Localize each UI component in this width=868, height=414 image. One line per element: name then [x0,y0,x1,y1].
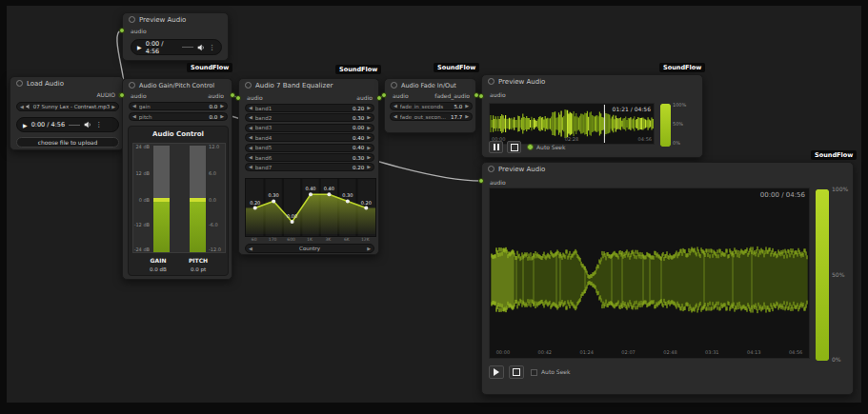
node-fade[interactable]: Audio Fade In/Out audio faded_audio ◀ fa… [384,78,476,133]
auto-seek-label: Auto Seek [536,144,566,150]
decrement-icon[interactable]: ◀ [394,114,397,119]
volume-slider[interactable] [182,47,193,48]
stop-button[interactable] [507,141,521,153]
input-dot-audio[interactable] [235,95,241,101]
decrement-icon[interactable]: ◀ [249,146,252,150]
preset-name: Country [252,246,367,251]
widget-value: 0.20 [353,106,364,111]
menu-icon[interactable]: ⋮ [95,121,102,128]
auto-seek-checkbox[interactable] [527,144,534,150]
upload-button[interactable]: choose file to upload [16,137,119,148]
node-preview-audio-top[interactable]: Preview Audio audio ▶ 0:00 / 4:56 ⋮ [122,12,229,61]
node-preview-audio-small[interactable]: Preview Audio audio 01:21 / 04:56 00:00 … [481,74,703,158]
preset-combo[interactable]: ◀ Country ▶ [245,244,374,253]
gain-tick: 12 dB [135,170,150,176]
file-combo[interactable]: ◀ 07 Sunny Lax - Contrast.mp3 ▶ [16,102,119,111]
widget-name: fade_out_secon... [400,114,448,120]
pause-button[interactable] [489,141,503,153]
volume-slider[interactable] [660,104,671,147]
widget-band7[interactable]: ◀ band7 0.20 ▶ [245,163,374,171]
waveform-display[interactable]: 00:00 / 04:56 00:0000:4201:2402:0702:480… [489,187,810,359]
node-gain-pitch[interactable]: Audio Gain/Pitch Control audio audio ◀ g… [122,78,232,280]
widget-value: 0.40 [353,135,364,141]
pitch-tick: 6.0 [209,170,216,176]
gain-meter-fill [153,201,170,252]
widget-gain[interactable]: ◀ gain 0.0 ▶ [129,102,228,110]
waveform-display[interactable]: 01:21 / 04:56 00:00 02:28 04:56 [489,103,655,145]
increment-icon[interactable]: ▶ [367,115,371,120]
decrement-icon[interactable]: ◀ [249,165,252,169]
input-dot-audio[interactable] [119,92,125,98]
input-label-audio: audio [131,92,147,99]
next-arrow-icon[interactable]: ▶ [367,246,371,251]
increment-icon[interactable]: ▶ [367,106,371,110]
collapse-icon[interactable] [245,82,252,89]
widget-band3[interactable]: ◀ band3 0.00 ▶ [245,124,374,132]
decrement-icon[interactable]: ◀ [249,126,252,130]
widget-fade-out[interactable]: ◀ fade_out_secon... 17.7 ▶ [390,112,473,121]
input-dot-audio[interactable] [478,93,484,99]
input-label-audio: audio [490,91,506,98]
collapse-icon[interactable] [488,78,495,85]
next-arrow-icon[interactable]: ▶ [111,105,115,109]
increment-icon[interactable]: ▶ [465,104,469,108]
increment-icon[interactable]: ▶ [220,114,224,119]
timeline-label: 04:13 [747,349,760,355]
collapse-icon[interactable] [129,82,135,89]
decrement-icon[interactable]: ◀ [132,114,136,119]
volume-tick-50: 50% [832,272,844,278]
auto-seek-checkbox[interactable] [531,369,537,376]
widget-pitch[interactable]: ◀ pitch 0.0 ▶ [129,112,228,121]
widget-band5[interactable]: ◀ band5 0.40 ▶ [245,144,374,152]
node-preview-audio-big[interactable]: Preview Audio audio 00:00 / 04:56 00:000… [481,162,854,395]
widget-band4[interactable]: ◀ band4 0.40 ▶ [245,133,374,142]
stop-button[interactable] [509,365,524,379]
input-dot-audio[interactable] [381,92,387,98]
node-equalizer[interactable]: Audio 7 Band Equalizer audio audio ◀ ban… [238,78,379,255]
node-title: Load Audio [27,80,64,88]
decrement-icon[interactable]: ◀ [249,106,252,110]
audio-player[interactable]: ▶ 0:00 / 4:56 ⋮ [131,39,222,55]
widget-name: band1 [255,106,350,111]
widget-band6[interactable]: ◀ band6 0.30 ▶ [245,153,374,162]
play-button[interactable] [489,365,504,379]
time-display: 01:21 / 04:56 [613,106,651,112]
collapse-icon[interactable] [391,82,397,89]
increment-icon[interactable]: ▶ [220,104,224,108]
speaker-icon[interactable] [197,44,205,51]
collapse-icon[interactable] [16,80,23,87]
decrement-icon[interactable]: ◀ [132,104,136,108]
input-dot-audio[interactable] [478,178,484,184]
widget-fade-in[interactable]: ◀ fade_in_seconds 5.0 ▶ [390,102,473,110]
play-icon[interactable]: ▶ [23,122,28,128]
widget-value: 0.20 [353,165,364,170]
increment-icon[interactable]: ▶ [367,126,371,130]
widget-band2[interactable]: ◀ band2 0.30 ▶ [245,113,374,122]
speaker-icon[interactable] [84,121,91,128]
decrement-icon[interactable]: ◀ [394,104,397,108]
node-load-audio[interactable]: Load Audio AUDIO ◀ 07 Sunny Lax - Contra… [10,76,124,150]
volume-slider[interactable] [69,125,80,126]
play-icon[interactable]: ▶ [137,44,142,50]
increment-icon[interactable]: ▶ [367,165,371,169]
decrement-icon[interactable]: ◀ [249,135,252,140]
volume-slider[interactable] [816,189,829,361]
widget-band1[interactable]: ◀ band1 0.20 ▶ [245,104,374,112]
node-title: Preview Audio [498,78,545,86]
increment-icon[interactable]: ▶ [367,135,371,140]
increment-icon[interactable]: ▶ [465,114,469,119]
menu-icon[interactable]: ⋮ [209,44,215,51]
prev-arrow-icon[interactable]: ◀ [20,105,24,109]
collapse-icon[interactable] [129,16,135,23]
increment-icon[interactable]: ▶ [367,155,371,160]
collapse-icon[interactable] [488,166,495,172]
node-graph-canvas[interactable]: Preview Audio audio ▶ 0:00 / 4:56 ⋮ Load… [0,0,868,414]
decrement-icon[interactable]: ◀ [249,115,252,120]
decrement-icon[interactable]: ◀ [249,155,252,160]
output-label-audio: AUDIO [96,91,115,98]
increment-icon[interactable]: ▶ [367,146,371,150]
audio-player[interactable]: ▶ 0:00 / 4:56 ⋮ [16,117,119,132]
pitch-label: PITCH [181,257,215,264]
input-dot-audio[interactable] [119,28,125,33]
widget-value: 0.00 [353,125,364,130]
